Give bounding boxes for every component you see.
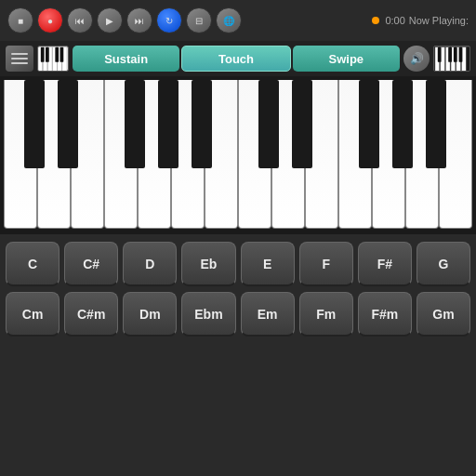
export-button[interactable]: ⊟	[186, 7, 212, 33]
menu-line-2	[11, 58, 28, 60]
white-key-2[interactable]	[37, 80, 71, 229]
now-playing: 0:00 Now Playing:	[385, 15, 469, 26]
chord-Ebm[interactable]: Ebm	[181, 292, 235, 337]
piano-container	[0, 76, 476, 234]
svg-rect-19	[454, 47, 457, 62]
white-key-8[interactable]	[238, 80, 271, 229]
svg-rect-8	[55, 47, 59, 62]
white-key-7[interactable]	[205, 80, 238, 229]
mode-bar: Sustain Touch Swipe 🔊	[0, 41, 476, 76]
piano-icon[interactable]	[37, 46, 69, 72]
white-key-5[interactable]	[138, 80, 171, 229]
svg-rect-17	[438, 47, 442, 62]
chord-D[interactable]: D	[123, 242, 177, 286]
rewind-button[interactable]: ⏮	[67, 7, 93, 33]
record-button[interactable]: ●	[37, 7, 63, 33]
chord-Cm[interactable]: Cm	[6, 292, 60, 337]
play-button[interactable]: ▶	[97, 7, 123, 33]
svg-rect-9	[60, 47, 64, 62]
chord-Fs[interactable]: F#	[358, 242, 412, 286]
minor-chord-row: Cm C#m Dm Ebm Em Fm F#m Gm	[6, 292, 470, 337]
tab-swipe[interactable]: Swipe	[293, 46, 400, 72]
svg-rect-7	[46, 47, 49, 62]
chord-Csm[interactable]: C#m	[64, 292, 118, 337]
globe-button[interactable]: 🌐	[216, 7, 242, 33]
time-display: 0:00	[385, 15, 404, 26]
chord-Cs[interactable]: C#	[64, 242, 118, 286]
tab-touch[interactable]: Touch	[181, 46, 290, 72]
mini-piano[interactable]	[433, 46, 470, 72]
sync-button[interactable]: ↻	[156, 7, 182, 33]
toolbar-right: 0:00 Now Playing:	[372, 15, 469, 26]
app-container: ■ ● ⏮ ▶ ⏭ ↻ ⊟ 🌐 0:00 Now Playing:	[0, 0, 476, 476]
fast-forward-button[interactable]: ⏭	[126, 7, 152, 33]
white-key-14[interactable]	[439, 80, 472, 229]
menu-line-1	[11, 53, 28, 55]
volume-button[interactable]: 🔊	[403, 46, 430, 72]
menu-button[interactable]	[6, 46, 33, 72]
chord-F[interactable]: F	[299, 242, 353, 286]
chord-Fsm[interactable]: F#m	[358, 292, 412, 337]
stop-button[interactable]: ■	[7, 7, 33, 33]
chord-E[interactable]: E	[241, 242, 295, 286]
white-key-12[interactable]	[372, 80, 405, 229]
svg-rect-6	[41, 47, 45, 62]
chord-Em[interactable]: Em	[241, 292, 295, 337]
white-key-6[interactable]	[171, 80, 205, 229]
white-key-11[interactable]	[338, 80, 372, 229]
white-key-9[interactable]	[271, 80, 305, 229]
white-key-13[interactable]	[405, 80, 439, 229]
status-dot	[372, 17, 379, 24]
tab-sustain[interactable]: Sustain	[73, 46, 179, 72]
white-key-4[interactable]	[104, 80, 138, 229]
white-key-1[interactable]	[4, 80, 37, 229]
piano-keys	[4, 80, 472, 229]
now-playing-label: Now Playing:	[409, 15, 469, 26]
svg-rect-20	[459, 47, 463, 62]
chord-Dm[interactable]: Dm	[123, 292, 177, 337]
chord-G[interactable]: G	[416, 242, 470, 286]
chord-section: C C# D Eb E F F# G Cm C#m Dm Ebm Em Fm F…	[0, 234, 476, 476]
svg-rect-18	[448, 47, 452, 62]
mode-tabs: Sustain Touch Swipe	[73, 46, 400, 72]
toolbar: ■ ● ⏮ ▶ ⏭ ↻ ⊟ 🌐 0:00 Now Playing:	[0, 0, 476, 41]
chord-Eb[interactable]: Eb	[181, 242, 235, 286]
major-chord-row: C C# D Eb E F F# G	[6, 242, 470, 286]
chord-Gm[interactable]: Gm	[416, 292, 470, 337]
white-keys	[4, 80, 472, 229]
chord-C[interactable]: C	[6, 242, 60, 286]
menu-line-3	[11, 62, 28, 64]
white-key-10[interactable]	[305, 80, 338, 229]
white-key-3[interactable]	[71, 80, 104, 229]
chord-Fm[interactable]: Fm	[299, 292, 353, 337]
